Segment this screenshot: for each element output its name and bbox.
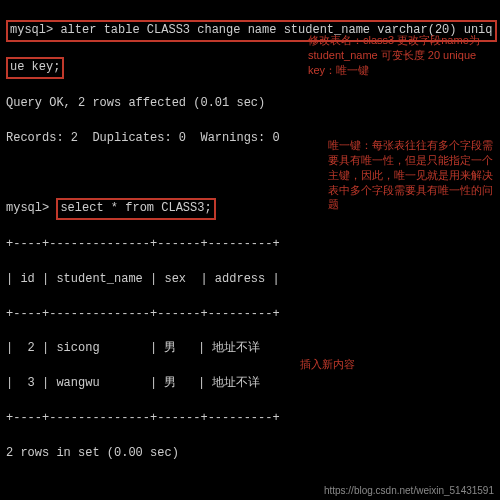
watermark: https://blog.csdn.net/weixin_51431591 [324, 484, 494, 499]
table-row: | 3 | wangwu | 男 | 地址不详 [6, 375, 494, 392]
table-summary: 2 rows in set (0.00 sec) [6, 445, 494, 462]
annotation-insert: 插入新内容 [300, 357, 420, 372]
annotation-alter: 修改表名：class3 更改字段name为 student_name 可变长度 … [308, 33, 488, 78]
table-border: +----+--------------+------+---------+ [6, 410, 494, 427]
annotation-unique-key: 唯一键：每张表往往有多个字段需要具有唯一性，但是只能指定一个主键，因此，唯一见就… [328, 138, 496, 212]
cmd-alter-table-cont: ue key; [6, 57, 64, 78]
cmd-text: ue key; [10, 60, 60, 74]
table-border: +----+--------------+------+---------+ [6, 236, 494, 253]
cmd-select-1: select * from CLASS3; [56, 198, 215, 219]
table-row: | 2 | sicong | 男 | 地址不详 [6, 340, 494, 357]
output-line: Query OK, 2 rows affected (0.01 sec) [6, 95, 494, 112]
table-header: | id | student_name | sex | address | [6, 271, 494, 288]
prompt: mysql> [10, 23, 53, 37]
table-border: +----+--------------+------+---------+ [6, 306, 494, 323]
prompt: mysql> [6, 201, 49, 215]
